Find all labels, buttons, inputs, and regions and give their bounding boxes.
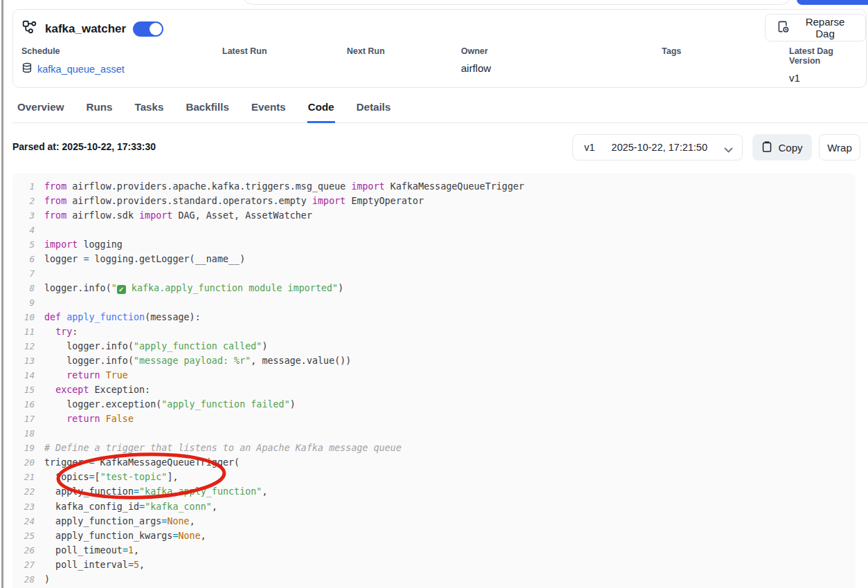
code-line: 3from airflow.sdk import DAG, Asset, Ass… — [12, 208, 856, 223]
dag-name: kafka_watcher — [45, 22, 126, 36]
code-line: 23 kafka_config_id="kafka_conn", — [12, 499, 856, 514]
primary-action-button[interactable] — [797, 0, 868, 5]
dag-graph-icon — [21, 19, 38, 39]
tab-tasks[interactable]: Tasks — [134, 97, 165, 123]
window-edge-scrollbar[interactable] — [1, 0, 3, 588]
code-line: 22 apply_function="kafka.apply_function"… — [12, 484, 856, 499]
dag-header-card: kafka_watcher Reparse Dag Schedule — [12, 9, 867, 88]
version-select-version: v1 — [584, 142, 595, 153]
schedule-asset-link[interactable]: kafka_queue_asset — [21, 62, 125, 75]
code-line: 5import logging — [12, 237, 856, 252]
tab-events[interactable]: Events — [251, 97, 287, 123]
code-line: 4 — [12, 223, 856, 237]
line-number: 23 — [12, 499, 44, 514]
line-number: 25 — [12, 529, 44, 543]
field-label-owner: Owner — [461, 46, 491, 56]
code-panel[interactable]: 1from airflow.providers.apache.kafka.tri… — [12, 173, 856, 588]
code-line: 7 — [12, 266, 856, 281]
latest-dag-version-value: v1 — [789, 72, 866, 84]
line-number: 18 — [12, 426, 44, 441]
tab-code[interactable]: Code — [307, 97, 335, 123]
line-number: 8 — [12, 281, 44, 295]
reparse-file-icon — [777, 20, 790, 35]
line-number: 26 — [12, 543, 44, 558]
code-line: 6logger = logging.getLogger(__name__) — [12, 252, 856, 266]
line-number: 28 — [12, 572, 44, 587]
tab-overview[interactable]: Overview — [17, 97, 65, 123]
global-search-input[interactable] — [241, 0, 793, 5]
code-line: 8logger.info("✓ kafka.apply_function mod… — [12, 281, 856, 295]
code-line: 19# Define a trigger that listens to an … — [12, 441, 856, 455]
field-label-latest-dag-version: Latest Dag Version — [789, 46, 866, 66]
line-number: 13 — [12, 353, 44, 368]
reparse-dag-label: Reparse Dag — [796, 16, 854, 39]
field-label-tags: Tags — [662, 46, 681, 56]
code-line: 1from airflow.providers.apache.kafka.tri… — [12, 179, 856, 194]
code-line: 15 except Exception: — [12, 383, 856, 397]
dag-tab-bar: Overview Runs Tasks Backfills Events Cod… — [12, 97, 868, 123]
clipboard-icon — [761, 140, 772, 155]
schedule-asset-name: kafka_queue_asset — [37, 64, 125, 75]
code-line: 16 logger.exception("apply_function fail… — [12, 397, 856, 412]
parsed-at-text: Parsed at: 2025-10-22, 17:33:30 — [12, 141, 156, 152]
line-number: 6 — [12, 252, 44, 266]
code-line: 25 apply_function_kwargs=None, — [12, 529, 856, 543]
copy-code-button[interactable]: Copy — [752, 134, 812, 160]
version-select-timestamp: 2025-10-22, 17:21:50 — [611, 142, 707, 153]
line-number: 1 — [12, 179, 44, 194]
line-number: 27 — [12, 558, 44, 572]
line-number: 15 — [12, 383, 44, 397]
field-label-schedule: Schedule — [21, 46, 125, 56]
chevron-down-icon — [724, 145, 733, 156]
code-line: 26 poll_timeout=1, — [12, 543, 856, 558]
line-number: 21 — [12, 470, 44, 484]
tab-runs[interactable]: Runs — [86, 97, 114, 123]
line-number: 17 — [12, 412, 44, 426]
database-icon — [21, 62, 33, 75]
line-number: 5 — [12, 237, 44, 252]
wrap-code-button[interactable]: Wrap — [819, 134, 860, 160]
code-line: 27 poll_interval=5, — [12, 558, 856, 572]
code-line: 14 return True — [12, 368, 856, 383]
line-number: 16 — [12, 397, 44, 412]
dag-version-select[interactable]: v1 2025-10-22, 17:21:50 — [572, 134, 743, 160]
dag-pause-toggle[interactable] — [133, 21, 163, 37]
line-number: 10 — [12, 310, 44, 324]
code-lines: 1from airflow.providers.apache.kafka.tri… — [12, 179, 856, 587]
line-number: 2 — [12, 194, 44, 208]
check-emoji-icon: ✓ — [117, 285, 126, 294]
line-number: 3 — [12, 208, 44, 223]
code-line: 24 apply_function_args=None, — [12, 514, 856, 529]
line-number: 22 — [12, 484, 44, 499]
code-line: 12 logger.info("apply_function called") — [12, 339, 856, 353]
line-number: 4 — [12, 223, 44, 237]
owner-value: airflow — [461, 62, 491, 74]
code-line: 13 logger.info("message payload: %r", me… — [12, 353, 856, 368]
line-number: 11 — [12, 324, 44, 339]
line-number: 24 — [12, 514, 44, 529]
code-line: 28) — [12, 572, 856, 587]
line-number: 12 — [12, 339, 44, 353]
line-number: 20 — [12, 455, 44, 470]
code-line: 11 try: — [12, 324, 856, 339]
code-line: 17 return False — [12, 412, 856, 426]
line-number: 7 — [12, 266, 44, 281]
line-number: 19 — [12, 441, 44, 455]
field-label-latest-run: Latest Run — [222, 46, 267, 56]
tab-backfills[interactable]: Backfills — [185, 97, 229, 123]
code-line: 10def apply_function(message): — [12, 310, 856, 324]
tab-details[interactable]: Details — [356, 97, 392, 123]
code-line: 18 — [12, 426, 856, 441]
line-number: 9 — [12, 295, 44, 310]
reparse-dag-button[interactable]: Reparse Dag — [765, 14, 866, 42]
code-line: 21 topics=["test-topic"], — [12, 470, 856, 484]
line-number: 14 — [12, 368, 44, 383]
code-line: 9 — [12, 295, 856, 310]
copy-button-label: Copy — [778, 142, 802, 154]
field-label-next-run: Next Run — [347, 46, 385, 56]
code-line: 2from airflow.providers.standard.operato… — [12, 194, 856, 208]
dag-code-page: kafka_watcher Reparse Dag Schedule — [0, 0, 868, 588]
wrap-button-label: Wrap — [827, 142, 852, 154]
code-line: 20trigger = KafkaMessageQueueTrigger( — [12, 455, 856, 470]
